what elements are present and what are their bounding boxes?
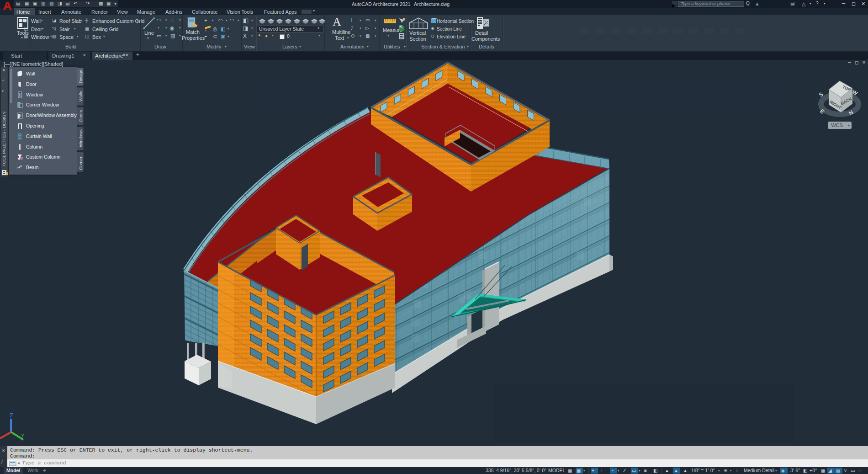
svg-text:WCS: WCS xyxy=(831,122,843,128)
svg-text:Y: Y xyxy=(21,433,25,438)
svg-text:Z: Z xyxy=(10,412,13,419)
svg-text:▾: ▾ xyxy=(848,123,850,128)
